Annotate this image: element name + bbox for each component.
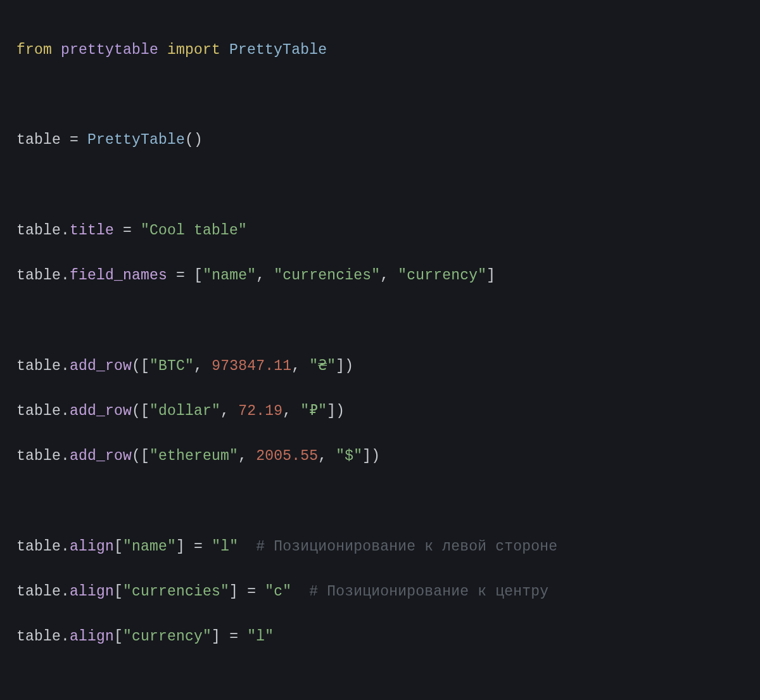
code-line-align: table.align["name"] = "l" # Позициониров…	[16, 536, 747, 559]
code-line-addrow: table.add_row(["ethereum", 2005.55, "$"]…	[16, 445, 747, 468]
code-line-import: from prettytable import PrettyTable	[16, 39, 747, 62]
code-line-fieldnames: table.field_names = ["name", "currencies…	[16, 265, 747, 288]
code-line-title: table.title = "Cool table"	[16, 220, 747, 243]
code-line-align: table.align["currency"] = "l"	[16, 626, 747, 649]
code-line-addrow: table.add_row(["dollar", 72.19, "₽"])	[16, 400, 747, 423]
blank-line	[16, 490, 747, 513]
code-line-align: table.align["currencies"] = "c" # Позици…	[16, 581, 747, 604]
blank-line	[16, 174, 747, 197]
parens: ()	[185, 132, 203, 148]
class-call: PrettyTable	[87, 132, 185, 148]
keyword-from: from	[16, 42, 52, 58]
variable: table	[16, 132, 61, 148]
module-name: prettytable	[61, 42, 158, 58]
code-line-assign: table = PrettyTable()	[16, 129, 747, 152]
class-name: PrettyTable	[229, 42, 327, 58]
code-editor: from prettytable import PrettyTable tabl…	[0, 0, 760, 700]
blank-line	[16, 84, 747, 107]
blank-line	[16, 671, 747, 694]
code-line-addrow: table.add_row(["BTC", 973847.11, "₴"])	[16, 355, 747, 378]
blank-line	[16, 310, 747, 333]
keyword-import: import	[167, 42, 220, 58]
operator-eq: =	[70, 132, 79, 148]
